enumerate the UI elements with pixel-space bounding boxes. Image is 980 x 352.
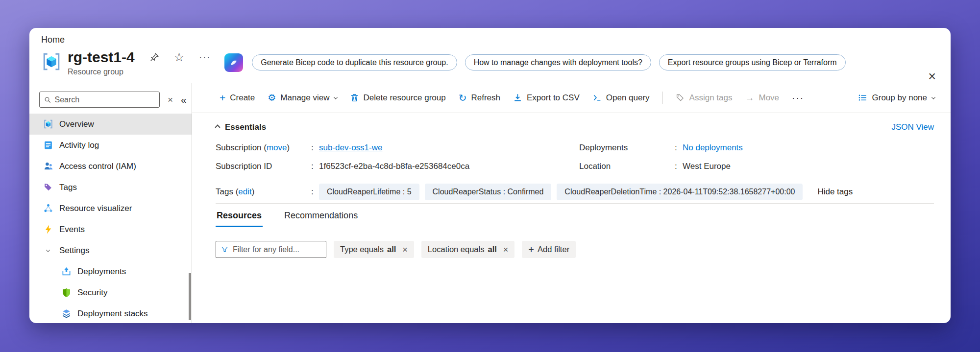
filter-pill-location[interactable]: Location equals all × [421,241,514,258]
filter-pill-text: Location equals [428,245,485,254]
create-label: Create [230,93,255,103]
hide-tags-link[interactable]: Hide tags [817,187,853,197]
remove-filter-icon[interactable]: × [503,245,509,254]
favorite-button[interactable]: ☆ [174,50,185,64]
tag-pill: CloudReaperLifetime : 5 [319,184,419,200]
add-filter-button[interactable]: + Add filter [522,241,576,258]
open-query-button[interactable]: Open query [592,93,650,103]
filter-field-input[interactable] [233,245,321,254]
filter-pill-type[interactable]: Type equals all × [334,241,414,258]
sidebar-item-security[interactable]: Security [29,282,192,303]
sidebar-item-tags[interactable]: Tags [29,177,192,198]
delete-resource-group-button[interactable]: Delete resource group [350,93,446,103]
subscription-id-row: Subscription ID : 1f6523cf-e2ba-4c8d-b8f… [216,157,579,176]
edit-tags-link[interactable]: edit [238,187,251,196]
refresh-button[interactable]: ↻ Refresh [459,93,500,103]
subscription-id-value: 1f6523cf-e2ba-4c8d-b8fa-e253684ce0ca [319,162,469,171]
delete-label: Delete resource group [364,93,446,103]
sidebar-item-label: Access control (IAM) [59,162,136,171]
overview-content: Essentials JSON View Subscription (move)… [192,113,951,258]
subscription-label: Subscription (move) [216,143,311,153]
tag-icon [43,182,53,192]
group-by-list-icon [858,93,867,102]
sidebar-item-overview[interactable]: Overview [29,114,192,135]
deployments-row: Deployments : No deployments [579,139,743,157]
sidebar-item-access-control[interactable]: Access control (IAM) [29,156,192,177]
sidebar-item-events[interactable]: Events [29,219,192,240]
close-blade-button[interactable]: × [928,70,936,83]
query-icon [592,93,602,102]
group-by-dropdown[interactable]: Group by none [858,93,935,103]
sidebar-item-label: Overview [59,119,94,129]
tag-pill: CloudReaperDeletionTime : 2026-04-11T09:… [557,184,803,200]
sidebar-scrollbar[interactable] [189,273,191,320]
header-more-button[interactable]: ··· [199,52,211,63]
tab-resources[interactable]: Resources [216,211,263,227]
star-icon: ☆ [174,50,185,64]
chevron-down-icon [43,249,53,252]
tags-label: Tags (edit) [216,187,311,197]
funnel-icon [221,245,228,254]
sidebar-item-label: Deployment stacks [77,309,148,319]
sidebar-group-label: Settings [59,246,89,256]
toolbar-more-button[interactable]: ··· [792,93,804,103]
remove-filter-icon[interactable]: × [402,245,408,254]
sidebar-search-box [39,92,160,108]
filter-pill-value: all [488,245,496,254]
tab-recommendations[interactable]: Recommendations [283,211,359,227]
sidebar-item-label: Activity log [59,141,99,150]
sidebar-search-row: × « [29,92,192,108]
tags-row: Tags (edit) : CloudReaperLifetime : 5 Cl… [216,184,934,200]
subscription-id-label: Subscription ID [216,162,311,171]
move-arrow-icon: → [745,93,754,102]
copilot-chip-generate-bicep[interactable]: Generate Bicep code to duplicate this re… [252,54,457,70]
move-link[interactable]: move [267,143,287,152]
pin-button[interactable] [149,52,159,62]
gear-icon: ⚙ [268,93,276,102]
command-bar: + Create ⚙ Manage view Delete resource g… [192,83,951,113]
shield-icon [61,287,72,298]
sidebar-group-settings[interactable]: Settings [29,240,192,261]
resource-menu: Overview Activity log [29,114,192,323]
manage-view-button[interactable]: ⚙ Manage view [268,93,337,103]
tag-icon [676,93,685,102]
sidebar-item-label: Events [59,225,85,235]
access-control-icon [43,161,53,171]
sidebar-item-label: Security [77,288,107,298]
sidebar-search-input[interactable] [54,95,155,104]
sidebar-item-label: Tags [59,183,77,192]
location-row: Location : West Europe [579,157,743,176]
collapse-essentials-chevron-icon[interactable] [215,124,220,130]
sidebar-item-deployments[interactable]: Deployments [29,261,192,282]
copilot-icon [228,57,240,69]
breadcrumb-home-link[interactable]: Home [41,35,65,45]
search-clear-button[interactable]: × [168,95,173,104]
deployment-stacks-icon [61,308,72,319]
sidebar-item-activity-log[interactable]: Activity log [29,135,192,156]
copilot-chip-export-groups[interactable]: Export resource groups using Bicep or Te… [659,54,846,70]
activity-log-icon [43,140,53,150]
sidebar-item-deployment-stacks[interactable]: Deployment stacks [29,303,192,323]
create-button[interactable]: + Create [220,93,255,103]
resource-type-label: Resource group [68,68,211,76]
breadcrumb: Home [29,28,951,46]
search-icon [44,96,51,104]
refresh-label: Refresh [471,93,501,103]
copilot-button[interactable] [224,53,243,72]
sidebar-item-resource-visualizer[interactable]: Resource visualizer [29,198,192,219]
export-to-csv-button[interactable]: Export to CSV [513,93,580,103]
sidebar-item-label: Resource visualizer [59,204,132,213]
portal-blade-window: Home rg-test1-4 ☆ [29,28,951,323]
copilot-chip-manage-changes[interactable]: How to manage changes with deployment to… [465,54,651,70]
trash-icon [350,93,359,102]
deployments-value-link[interactable]: No deployments [683,143,743,153]
assign-tags-label: Assign tags [689,93,733,103]
open-query-label: Open query [606,93,650,103]
subscription-value-link[interactable]: sub-dev-oss1-we [319,143,382,153]
essentials-title: Essentials [225,122,266,132]
collapse-sidebar-button[interactable]: « [181,94,187,105]
filter-pill-value: all [387,245,396,254]
json-view-link[interactable]: JSON View [891,122,934,132]
page-title: rg-test1-4 [68,48,135,66]
deployments-label: Deployments [579,143,675,153]
